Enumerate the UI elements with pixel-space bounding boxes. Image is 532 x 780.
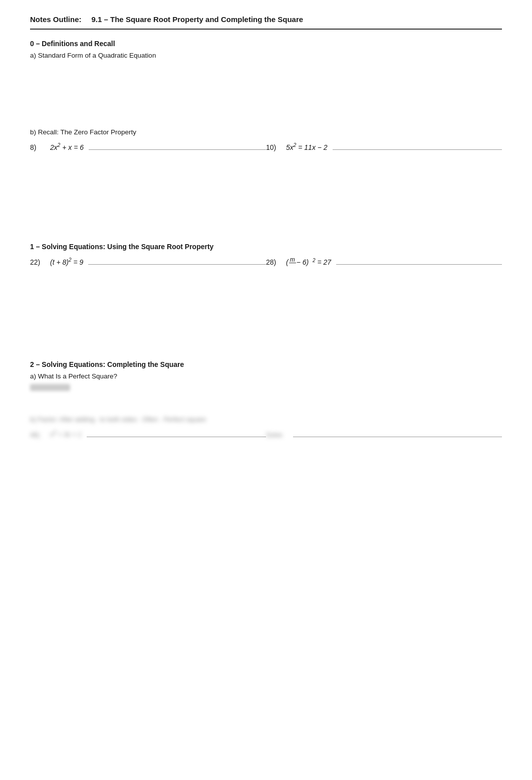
problem-8-expr: 2x2 + x = 6 [50,142,84,151]
blurred-area-1 [30,384,502,391]
problem-solve-work-line [293,427,502,437]
problem-10-expr: 5x2 = 11x − 2 [286,142,328,151]
subsection-a-label: a) Standard Form of a Quadratic Equation [30,52,502,59]
problem-22-number: 22) [30,258,50,266]
page-title: 9.1 – The Square Root Property and Compl… [92,15,304,24]
page-header: Notes Outline: 9.1 – The Square Root Pro… [30,15,502,30]
problem-28-expr: (m − 6) 2 = 27 [286,257,331,269]
problem-22: 22) (t + 8)2 = 9 [30,255,266,269]
problem-10-number: 10) [266,143,286,151]
problem-solve: Solve [266,427,502,439]
work-area-standard-form [30,63,502,128]
work-area-square-root [30,271,502,351]
blurred-line-1 [30,384,70,391]
problem-8-work-line [89,140,266,150]
problem-28-number: 28) [266,258,286,266]
section-1: 1 – Solving Equations: Using the Square … [30,243,502,351]
section-2-title: 2 – Solving Equations: Completing the Sq… [30,360,502,368]
section-0-title: 0 – Definitions and Recall [30,40,502,48]
blank-space-2 [30,395,502,415]
problem-28-work-line [336,255,502,265]
blurred-description-text: b) Factor: After adding · to both sides … [30,416,206,423]
problem-22-expr: (t + 8)2 = 9 [50,257,83,266]
work-area-completing-square [30,441,502,591]
section-2: 2 – Solving Equations: Completing the Sq… [30,360,502,591]
problem-10: 10) 5x2 = 11x − 2 [266,140,502,151]
section-1-title: 1 – Solving Equations: Using the Square … [30,243,502,251]
problem-46: 46) x2 + 3x + 1 [30,427,266,439]
problem-22-work-line [88,255,266,265]
section2-problems-row: 46) x2 + 3x + 1 Solve [30,427,502,439]
fraction-m: m [289,257,296,269]
subsection-b-label: b) Recall: The Zero Factor Property [30,128,502,136]
blurred-area-2: b) Factor: After adding · to both sides … [30,415,502,423]
work-area-zero-factor [30,153,502,234]
section2-subsection-a-label: a) What Is a Perfect Square? [30,372,502,380]
problem-46-expr: x2 + 3x + 1 [50,430,82,438]
problem-8: 8) 2x2 + x = 6 [30,140,266,151]
notes-outline-label: Notes Outline: [30,15,82,24]
problem-solve-number: Solve [266,431,286,439]
problem-28: 28) (m − 6) 2 = 27 [266,255,502,269]
problem-solve-expr [286,431,288,439]
problem-10-work-line [333,140,502,150]
section-0: 0 – Definitions and Recall a) Standard F… [30,40,502,234]
problem-46-work-line [87,427,266,437]
section1-problems-row: 22) (t + 8)2 = 9 28) (m − 6) 2 = 27 [30,255,502,269]
problem-8-number: 8) [30,143,50,151]
problem-46-number: 46) [30,431,50,439]
section0-problems-row: 8) 2x2 + x = 6 10) 5x2 = 11x − 2 [30,140,502,151]
